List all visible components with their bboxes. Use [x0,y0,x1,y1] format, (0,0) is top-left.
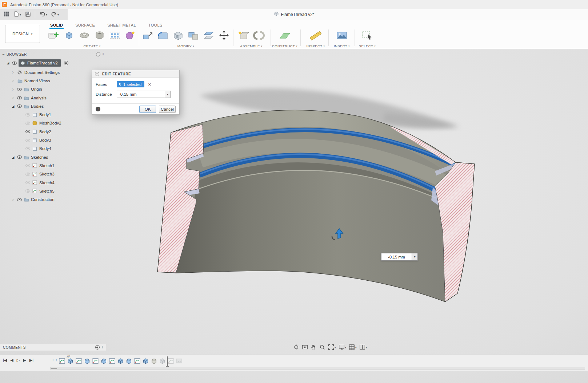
visibility-eye-icon[interactable] [25,173,30,176]
create-menu[interactable]: CREATE▾ [47,44,137,48]
create-form-button[interactable] [123,29,137,43]
timeline-feature-extrude-6[interactable] [101,358,107,364]
pan-button[interactable] [311,344,317,352]
browser-item-sketch5[interactable]: Sketch5 [0,187,106,195]
inspect-menu[interactable]: INSPECT▾ [304,44,327,48]
browser-item-bodies[interactable]: ◢Bodies [0,102,106,110]
visibility-eye-icon[interactable] [17,104,22,108]
browser-item-document-settings[interactable]: ▷Document Settings [0,68,106,76]
manipulator-distance-value[interactable]: -0.15 mm [381,253,412,261]
hole-button[interactable] [92,29,107,43]
collapse-panel-icon[interactable]: ◂◂ [2,53,4,56]
timeline-feature-sketch-7[interactable] [109,358,115,364]
activate-component-radio[interactable] [64,61,68,65]
collapsed-arrow-icon[interactable]: ▷ [11,96,15,99]
skip-start-button[interactable]: |◀ [3,358,7,362]
visibility-eye-icon[interactable] [17,155,22,159]
timeline-scrollbar-thumb[interactable] [51,368,57,369]
timeline-feature-extrude-2[interactable] [67,358,73,364]
manipulator-distance-input[interactable]: -0.15 mm ▾ [381,253,418,261]
cancel-button[interactable]: Cancel [159,106,176,113]
skip-end-button[interactable]: ▶| [29,358,33,362]
step-forward-button[interactable]: ▶ [23,358,26,362]
visibility-eye-icon[interactable] [25,113,30,117]
ok-button[interactable]: OK [139,106,156,113]
comments-panel-header[interactable]: COMMENTS ‖ [0,344,106,351]
clear-selection-icon[interactable]: × [148,82,151,87]
expanded-arrow-icon[interactable]: ◢ [11,155,15,159]
joint-button[interactable] [252,29,266,43]
tab-surface[interactable]: SURFACE [75,23,96,29]
expanded-arrow-icon[interactable]: ◢ [11,104,15,108]
press-pull-button[interactable] [140,29,155,43]
insert-canvas-button[interactable] [335,29,349,43]
insert-menu[interactable]: INSERT▾ [330,44,353,48]
browser-item-body4[interactable]: Body4 [0,145,106,153]
timeline-feature-canvas-15[interactable] [176,358,182,364]
app-grid-button[interactable] [2,10,11,19]
browser-item-sketch3[interactable]: Sketch3 [0,170,106,178]
collapsed-arrow-icon[interactable]: ▷ [11,198,15,201]
visibility-eye-icon[interactable] [25,130,30,133]
offset-face-button[interactable] [201,29,216,43]
browser-item-body3[interactable]: Body3 [0,136,106,144]
orbit-button[interactable] [293,344,299,352]
extrude-button[interactable] [62,29,76,43]
browser-item-meshbody2[interactable]: MeshBody2 [0,119,106,127]
info-icon[interactable]: i [96,107,100,111]
look-at-button[interactable] [302,344,308,352]
assemble-menu[interactable]: ASSEMBLE▾ [235,44,268,48]
play-button[interactable]: ▷ [17,358,20,362]
step-back-button[interactable]: ◀ [10,358,13,362]
shell-button[interactable] [171,29,185,43]
document-tab[interactable]: FlameThread v2* [273,11,314,17]
revolve-button[interactable] [77,29,92,43]
visibility-eye-icon[interactable] [17,96,22,99]
tab-tools[interactable]: TOOLS [148,23,163,29]
browser-item-body1[interactable]: Body1 [0,110,106,119]
visibility-eye-icon[interactable] [25,122,30,125]
construct-plane-button[interactable] [277,29,292,43]
comments-icon[interactable] [95,345,100,350]
combine-button[interactable] [186,29,201,43]
browser-item-body2[interactable]: Body2 [0,127,106,136]
file-button[interactable]: ▾ [12,10,22,19]
pattern-button[interactable] [108,29,122,43]
collapsed-arrow-icon[interactable]: ▷ [11,79,15,82]
timeline-feature-extrude-11[interactable] [143,358,149,364]
panel-minimize-icon[interactable]: – [96,52,100,56]
move-button[interactable] [217,29,231,43]
browser-item-sketch1[interactable]: Sketch1 [0,161,106,170]
timeline-feature-feature-12[interactable] [151,358,157,364]
timeline-scrollbar[interactable] [50,367,585,370]
fit-button[interactable]: ▾ [328,344,336,352]
visibility-eye-icon[interactable] [25,139,30,142]
panel-grip-icon[interactable]: ‖ [103,52,104,56]
timeline-playhead[interactable] [167,356,168,368]
save-button[interactable] [24,10,32,19]
new-component-button[interactable] [236,29,251,43]
timeline-feature-sketch-14[interactable] [168,358,174,364]
browser-item-analysis[interactable]: ▷Analysis [0,94,106,102]
browser-item-construction[interactable]: ▷Construction [0,195,106,204]
timeline-feature-sketch-10[interactable] [134,358,140,364]
timeline-feature-sketch-5[interactable] [92,358,99,364]
measure-button[interactable] [308,29,323,43]
select-button[interactable] [360,29,375,43]
timeline-feature-extrude-9[interactable] [126,358,132,364]
timeline-feature-extrude-13[interactable] [159,358,165,364]
browser-item-sketches[interactable]: ◢Sketches [0,153,106,161]
create-sketch-button[interactable] [47,29,61,43]
modify-menu[interactable]: MODIFY▾ [140,44,231,48]
timeline-feature-sketch-1[interactable] [59,358,65,364]
visibility-eye-icon[interactable] [12,62,17,65]
construct-menu[interactable]: CONSTRUCT▾ [273,44,296,48]
browser-item-named-views[interactable]: ▷Named Views [0,76,106,85]
collapsed-arrow-icon[interactable]: ▷ [11,88,15,91]
tab-sheet-metal[interactable]: SHEET METAL [107,23,137,29]
manipulator-dropdown-icon[interactable]: ▾ [412,253,418,261]
timeline-feature-sketch-3[interactable] [76,358,82,364]
redo-button[interactable]: ▾ [50,10,60,19]
fillet-button[interactable] [156,29,170,43]
tab-solid[interactable]: SOLID [49,23,64,29]
